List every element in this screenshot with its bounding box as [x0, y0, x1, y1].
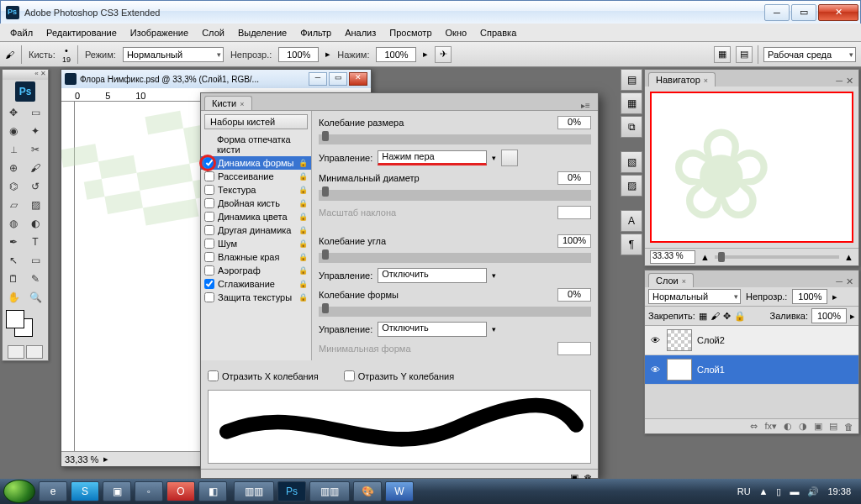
- menu-help[interactable]: Справка: [473, 26, 523, 39]
- angle-jitter-slider[interactable]: [319, 253, 591, 263]
- layer-thumb[interactable]: [667, 329, 692, 351]
- tray-network-icon[interactable]: ▬: [790, 486, 799, 496]
- navigator-zoom-field[interactable]: 33.33 %: [650, 250, 695, 264]
- angle-control-select[interactable]: Отключить: [378, 268, 487, 283]
- brush-option-8[interactable]: Влажные края: [201, 250, 311, 264]
- path-tool[interactable]: ↖: [3, 251, 24, 270]
- task-opera-icon[interactable]: O: [166, 481, 195, 501]
- size-jitter-value[interactable]: 0%: [557, 116, 591, 129]
- layer-visibility-icon[interactable]: 👁: [648, 365, 662, 375]
- slice-tool[interactable]: ✂: [24, 140, 46, 159]
- panel-menu-icon[interactable]: ▸≡: [581, 101, 594, 110]
- delete-layer-icon[interactable]: 🗑: [844, 422, 853, 432]
- brushes-panel-icon[interactable]: ▦: [714, 46, 731, 63]
- start-button[interactable]: [3, 480, 35, 503]
- layer-visibility-icon[interactable]: 👁: [648, 335, 662, 345]
- menu-edit[interactable]: Редактирование: [40, 26, 124, 39]
- doc-maximize-button[interactable]: ▭: [329, 72, 347, 86]
- lock-all-icon[interactable]: 🔒: [734, 311, 746, 322]
- lock-move-icon[interactable]: ✥: [723, 311, 731, 322]
- layer-group-icon[interactable]: ▣: [814, 421, 822, 432]
- move-tool[interactable]: ✥: [3, 103, 24, 122]
- layer-row-0[interactable]: 👁Слой2: [645, 326, 858, 355]
- task-paint-icon[interactable]: 🎨: [353, 481, 382, 501]
- lock-trans-icon[interactable]: ▦: [699, 311, 707, 322]
- layer-thumb[interactable]: [667, 359, 692, 381]
- roundness-jitter-slider[interactable]: [319, 307, 591, 317]
- heal-tool[interactable]: ⊕: [3, 159, 24, 177]
- dock-icon-4[interactable]: ▧: [621, 151, 642, 173]
- lasso-tool[interactable]: ◉: [3, 122, 24, 140]
- hand-tool[interactable]: ✋: [3, 288, 24, 307]
- layers-close-icon[interactable]: ✕: [846, 276, 853, 287]
- flip-y-checkbox[interactable]: Отразить Y колебания: [344, 370, 454, 381]
- airbrush-toggle[interactable]: ✈: [435, 46, 452, 63]
- layer-row-1[interactable]: 👁Слой1: [645, 355, 858, 385]
- brush-option-7[interactable]: Шум: [201, 237, 311, 250]
- maximize-button[interactable]: ▭: [791, 4, 816, 21]
- navigator-tab[interactable]: Навигатор×: [648, 72, 716, 87]
- brush-option-0[interactable]: Форма отпечатка кисти: [201, 133, 311, 156]
- close-button[interactable]: ✕: [818, 4, 858, 21]
- min-diameter-value[interactable]: 0%: [557, 171, 591, 185]
- dock-icon-7[interactable]: ¶: [621, 234, 642, 255]
- dock-icon-1[interactable]: ▤: [621, 69, 642, 91]
- notes-tool[interactable]: 🗒: [3, 270, 24, 288]
- tray-lang[interactable]: RU: [737, 486, 751, 496]
- toolbox-header[interactable]: « ✕: [3, 70, 48, 80]
- brush-tool[interactable]: 🖌: [24, 159, 46, 177]
- marquee-tool[interactable]: ▭: [24, 103, 46, 122]
- menu-image[interactable]: Изображение: [124, 26, 195, 39]
- roundness-control-select[interactable]: Отключить: [378, 322, 487, 337]
- zoom-tool[interactable]: 🔍: [24, 288, 46, 307]
- angle-jitter-value[interactable]: 100%: [557, 234, 591, 248]
- tray-flag-icon[interactable]: ▲: [759, 486, 769, 496]
- min-diameter-slider[interactable]: [319, 190, 591, 200]
- blend-mode-select[interactable]: Нормальный: [123, 47, 224, 62]
- doc-minimize-button[interactable]: ─: [309, 72, 327, 86]
- menu-window[interactable]: Окно: [439, 26, 474, 39]
- menu-select[interactable]: Выделение: [231, 26, 293, 39]
- layer-opacity-field[interactable]: 100%: [792, 289, 827, 304]
- brush-option-1[interactable]: Динамика формы: [201, 156, 311, 170]
- size-jitter-slider[interactable]: [319, 134, 591, 144]
- task-skype-icon[interactable]: S: [71, 481, 99, 501]
- link-layers-icon[interactable]: ⇔: [750, 421, 758, 432]
- zoom-status[interactable]: 33,33 %: [65, 454, 98, 465]
- control-btn[interactable]: [501, 150, 518, 166]
- brush-preset-picker[interactable]: •19: [62, 45, 71, 64]
- menu-filter[interactable]: Фильтр: [293, 26, 338, 39]
- eraser-tool[interactable]: ▱: [3, 196, 24, 214]
- brush-option-2[interactable]: Рассеивание: [201, 170, 311, 183]
- menu-analysis[interactable]: Анализ: [338, 26, 383, 39]
- document-titlebar[interactable]: Флора Нимфикс.psd @ 33,3% (Слой1, RGB/..…: [61, 70, 371, 88]
- layer-fx-icon[interactable]: fx▾: [764, 421, 777, 432]
- task-ie-icon[interactable]: e: [39, 481, 67, 501]
- task-group-icon[interactable]: ▥▥: [309, 481, 350, 501]
- brush-option-3[interactable]: Текстура: [201, 183, 311, 197]
- fg-color-swatch[interactable]: [6, 310, 24, 328]
- shape-tool[interactable]: ▭: [24, 251, 46, 270]
- doc-close-button[interactable]: ✕: [349, 72, 367, 86]
- brush-option-9[interactable]: Аэрограф: [201, 264, 311, 277]
- brush-option-6[interactable]: Другая динамика: [201, 223, 311, 237]
- tray-clock[interactable]: 19:38: [827, 486, 851, 496]
- tray-volume-icon[interactable]: 🔊: [807, 486, 819, 497]
- dock-icon-2[interactable]: ▦: [621, 92, 642, 114]
- gradient-tool[interactable]: ▨: [24, 196, 46, 214]
- task-app1-icon[interactable]: ◦: [135, 481, 163, 501]
- size-control-select[interactable]: Нажим пера: [378, 150, 487, 165]
- zoom-in-icon[interactable]: ▲: [844, 252, 853, 262]
- menu-layer[interactable]: Слой: [195, 26, 231, 39]
- stamp-tool[interactable]: ⌬: [3, 177, 24, 196]
- history-brush-tool[interactable]: ↺: [24, 177, 46, 196]
- brush-option-4[interactable]: Двойная кисть: [201, 197, 311, 210]
- wand-tool[interactable]: ✦: [24, 122, 46, 140]
- task-folders-icon[interactable]: ▥▥: [234, 481, 274, 501]
- roundness-jitter-value[interactable]: 0%: [557, 288, 591, 302]
- panel-min-icon[interactable]: ─: [836, 76, 843, 87]
- brushes-tab[interactable]: Кисти×: [204, 96, 252, 110]
- flow-field[interactable]: 100%: [376, 47, 416, 62]
- opacity-field[interactable]: 100%: [278, 47, 319, 62]
- brush-presets-button[interactable]: Наборы кистей: [204, 114, 308, 129]
